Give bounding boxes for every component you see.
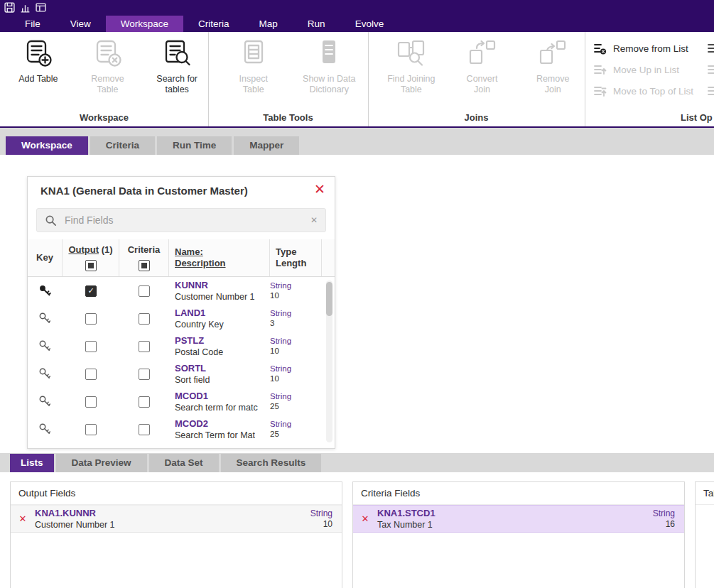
remove-table-button[interactable]: Remove Table <box>77 38 139 96</box>
column-header-output: Output (1) <box>63 239 119 276</box>
tables-panel: Tabl <box>695 481 714 588</box>
fields-scrollbar[interactable] <box>326 281 332 442</box>
key-icon <box>38 423 52 436</box>
field-row-mcod1: MCOD1Search term for matc String25 <box>28 388 335 415</box>
output-checkbox[interactable]: ✓ <box>85 285 97 297</box>
remove-from-list-button[interactable]: Remove from List <box>593 38 714 59</box>
group-label-workspace: Workspace <box>0 112 208 123</box>
field-type: String <box>270 281 291 292</box>
criteria-select-all-checkbox[interactable] <box>139 260 150 271</box>
criteria-checkbox[interactable] <box>139 285 150 297</box>
group-label-table-tools: Table Tools <box>208 112 368 123</box>
clipped-list-icon[interactable] <box>707 38 714 59</box>
clear-search-icon[interactable]: ✕ <box>310 215 318 225</box>
criteria-checkbox[interactable] <box>139 313 150 325</box>
search-for-tables-label: Search for tables <box>153 74 200 96</box>
menu-view[interactable]: View <box>55 16 106 32</box>
tab-workspace[interactable]: Workspace <box>6 136 88 155</box>
criteria-fields-title: Criteria Fields <box>353 482 684 505</box>
primary-key-icon <box>38 284 52 298</box>
criteria-checkbox[interactable] <box>139 396 150 408</box>
field-name: SORTL <box>175 363 206 375</box>
move-to-top-of-list-button[interactable]: Move to Top of List <box>593 80 714 102</box>
remove-join-label: Remove Join <box>529 74 576 96</box>
tab-lists[interactable]: Lists <box>10 454 54 472</box>
find-fields-search: ✕ <box>36 208 326 232</box>
save-icon[interactable] <box>4 2 15 13</box>
find-fields-input[interactable] <box>63 214 310 227</box>
output-checkbox[interactable] <box>85 424 97 435</box>
add-table-label: Add Table <box>18 74 58 85</box>
fields-scrollbar-thumb[interactable] <box>326 282 332 316</box>
main-tab-bar: Workspace Criteria Run Time Mapper <box>0 128 714 155</box>
menu-workspace[interactable]: Workspace <box>106 16 183 32</box>
tab-data-set[interactable]: Data Set <box>149 454 219 472</box>
field-type: String <box>270 308 291 320</box>
tab-run-time[interactable]: Run Time <box>157 136 232 155</box>
list-field-length: 16 <box>653 519 675 529</box>
criteria-checkbox[interactable] <box>139 369 150 380</box>
remove-field-icon[interactable]: ✕ <box>353 513 377 524</box>
lists-area: Output Fields ✕ KNA1.KUNNR Customer Numb… <box>0 472 714 588</box>
menu-map[interactable]: Map <box>244 16 293 32</box>
list-field-description: Customer Number 1 <box>35 520 310 530</box>
criteria-field-row[interactable]: ✕ KNA1.STCD1 Tax Number 1 String 16 <box>353 505 684 533</box>
title-bar <box>0 0 714 16</box>
close-table-icon[interactable]: ✕ <box>314 181 325 197</box>
move-to-top-of-list-icon <box>593 85 607 98</box>
search-for-tables-button[interactable]: Search for tables <box>146 38 208 96</box>
find-joining-table-label: Find Joining Table <box>379 74 443 96</box>
output-checkbox[interactable] <box>85 341 97 352</box>
output-select-all-checkbox[interactable] <box>85 260 97 271</box>
convert-join-button[interactable]: Convert Join <box>450 38 514 96</box>
column-header-name[interactable]: Name:Description <box>169 239 270 276</box>
remove-field-icon[interactable]: ✕ <box>11 513 35 524</box>
menu-evolve[interactable]: Evolve <box>340 16 399 32</box>
field-description: Search term for matc <box>175 403 258 413</box>
menu-run[interactable]: Run <box>293 16 340 32</box>
remove-join-button[interactable]: Remove Join <box>521 38 585 96</box>
field-description: Search Term for Mat <box>175 430 255 440</box>
menu-criteria[interactable]: Criteria <box>183 16 244 32</box>
criteria-checkbox[interactable] <box>139 341 150 352</box>
group-label-list-operations: List Op <box>585 112 714 123</box>
remove-table-icon <box>92 38 124 72</box>
chart-icon[interactable] <box>20 2 31 13</box>
key-icon <box>38 339 52 353</box>
table-window-icon[interactable] <box>36 2 46 13</box>
output-checkbox[interactable] <box>85 369 97 380</box>
show-in-data-dictionary-label: Show in Data Dictionary <box>295 74 363 96</box>
inspect-table-button[interactable]: Inspect Table <box>224 38 283 96</box>
move-to-top-of-list-label: Move to Top of List <box>613 86 693 97</box>
list-field-type: String <box>653 508 675 520</box>
output-checkbox[interactable] <box>85 396 97 408</box>
clipped-list-buttons <box>707 38 714 102</box>
tab-criteria[interactable]: Criteria <box>90 136 155 155</box>
move-up-in-list-icon <box>593 63 607 77</box>
output-sort-link[interactable]: Output <box>68 244 99 255</box>
criteria-checkbox[interactable] <box>139 424 150 435</box>
tab-mapper[interactable]: Mapper <box>234 136 299 155</box>
output-field-row[interactable]: ✕ KNA1.KUNNR Customer Number 1 String 10 <box>11 505 342 533</box>
add-table-button[interactable]: Add Table <box>7 38 70 96</box>
menu-file[interactable]: File <box>10 16 55 32</box>
convert-join-icon <box>467 38 498 72</box>
move-up-in-list-button[interactable]: Move Up in List <box>593 59 714 80</box>
find-joining-table-button[interactable]: Find Joining Table <box>379 38 443 96</box>
table-card-title: KNA1 (General Data in Customer Master) <box>40 185 248 197</box>
output-checkbox[interactable] <box>85 313 97 325</box>
key-icon <box>38 367 52 381</box>
tab-search-results[interactable]: Search Results <box>221 454 322 472</box>
app-window: File View Workspace Criteria Map Run Evo… <box>0 0 714 588</box>
show-in-data-dictionary-button[interactable]: Show in Data Dictionary <box>291 38 368 96</box>
key-icon <box>38 395 52 408</box>
output-count: (1) <box>102 244 113 255</box>
column-header-type: TypeLength <box>270 239 322 276</box>
clipped-list-icon[interactable] <box>707 80 714 102</box>
remove-from-list-label: Remove from List <box>613 43 688 54</box>
clipped-list-icon[interactable] <box>707 59 714 80</box>
search-icon <box>45 214 57 227</box>
key-icon <box>38 312 52 325</box>
tab-data-preview[interactable]: Data Preview <box>56 454 147 472</box>
workspace-canvas: KNA1 (General Data in Customer Master) ✕… <box>0 155 714 453</box>
